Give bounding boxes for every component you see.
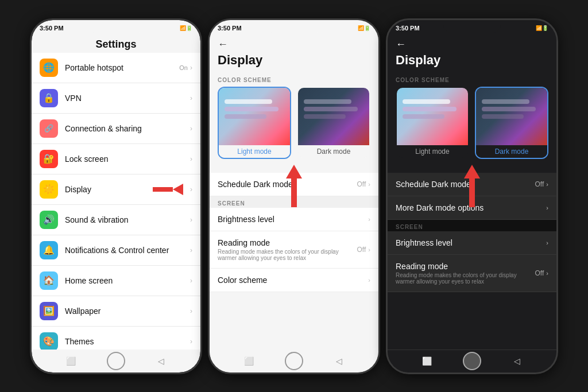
color-scheme-item-chevron-2: › xyxy=(368,277,370,284)
themes-label: Themes xyxy=(65,337,190,346)
settings-list: 🌐 Portable hotspot On › 🔒 VPN › 🔗 xyxy=(32,53,200,350)
schedule-dark-chevron-3: › xyxy=(546,181,548,188)
settings-item-wallpaper[interactable]: 🖼️ Wallpaper › xyxy=(32,296,200,327)
reading-mode-label-2: Reading mode Reading mode makes the colo… xyxy=(218,238,357,261)
vpn-label: VPN xyxy=(65,94,190,103)
settings-item-homescreen[interactable]: 🏠 Home screen › xyxy=(32,266,200,296)
schedule-dark-value-2: Off xyxy=(357,180,366,188)
settings-item-hotspot[interactable]: 🌐 Portable hotspot On › xyxy=(32,53,200,83)
notifications-icon: 🔔 xyxy=(40,241,58,259)
sound-icon: 🔊 xyxy=(40,211,58,229)
preview-bar-3 xyxy=(225,114,266,119)
reading-mode-row-2[interactable]: Reading mode Reading mode makes the colo… xyxy=(210,231,378,269)
display-title-3: Display xyxy=(388,52,556,72)
status-time-1: 3:50 PM xyxy=(40,25,64,32)
light-mode-option-3[interactable]: Light mode xyxy=(396,87,469,159)
settings-item-lock[interactable]: 🔐 Lock screen › xyxy=(32,144,200,174)
nav-recent-3[interactable]: ⬜ xyxy=(419,353,435,369)
preview-bars-light-2 xyxy=(225,99,284,122)
screenshot-container: 3:50 PM 📶🔋 Settings 🌐 Portable hotspot O… xyxy=(24,13,564,380)
nav-back-2[interactable]: ◁ xyxy=(331,353,347,369)
phone-inner-1: 3:50 PM 📶🔋 Settings 🌐 Portable hotspot O… xyxy=(32,20,200,372)
nav-recent-1[interactable]: ⬜ xyxy=(63,353,79,369)
reading-mode-chevron-2: › xyxy=(368,246,370,253)
connection-label: Connection & sharing xyxy=(65,124,190,133)
color-scheme-label-2: COLOR SCHEME xyxy=(210,72,378,87)
wallpaper-icon: 🖼️ xyxy=(40,302,58,320)
nav-home-2[interactable] xyxy=(285,352,303,370)
display-chevron: › xyxy=(190,185,192,193)
dark-mode-preview-2 xyxy=(298,88,369,145)
vpn-chevron: › xyxy=(190,94,192,102)
settings-item-display[interactable]: ☀️ Display › xyxy=(32,174,200,205)
connection-chevron: › xyxy=(190,125,192,133)
settings-item-notifications[interactable]: 🔔 Notifications & Control center › xyxy=(32,235,200,266)
back-btn-2[interactable]: ← xyxy=(210,34,378,52)
reading-mode-value-3: Off xyxy=(535,269,544,277)
nav-back-3[interactable]: ◁ xyxy=(509,353,525,369)
screen-label-2: SCREEN xyxy=(218,200,245,207)
notch-2 xyxy=(265,20,323,33)
lock-icon: 🔐 xyxy=(40,150,58,168)
phone-display-light: 3:50 PM 📶🔋 ← Display COLOR SCHEME xyxy=(208,18,380,374)
notch-3 xyxy=(443,20,501,33)
dark-mode-option-2[interactable]: Dark mode xyxy=(297,87,370,159)
reading-mode-chevron-3: › xyxy=(546,270,548,277)
vpn-icon: 🔒 xyxy=(40,89,58,107)
brightness-chevron-3: › xyxy=(546,239,548,246)
red-arrow-left xyxy=(153,184,183,195)
settings-item-vpn[interactable]: 🔒 VPN › xyxy=(32,83,200,114)
schedule-dark-chevron-2: › xyxy=(368,181,370,188)
phone-inner-3: 3:50 PM 📶🔋 ← Display COLOR SCHEME xyxy=(388,20,556,372)
preview-bar-l1-3 xyxy=(403,99,450,104)
schedule-dark-value-3: Off xyxy=(535,180,544,188)
display-content-dark: ← Display COLOR SCHEME L xyxy=(388,34,556,350)
dark-mode-option-3[interactable]: Dark mode xyxy=(475,87,548,159)
status-icons-2: 📶🔋 xyxy=(358,25,370,31)
settings-item-sound[interactable]: 🔊 Sound & vibration › xyxy=(32,205,200,235)
dark-mode-label-3: Dark mode xyxy=(476,145,547,158)
brightness-label-2: Brightness level xyxy=(218,215,368,224)
brightness-chevron-2: › xyxy=(368,216,370,223)
wallpaper-chevron: › xyxy=(190,307,192,315)
preview-bar-l3-3 xyxy=(403,114,444,119)
reading-mode-sublabel-2: Reading mode makes the colors of your di… xyxy=(218,249,357,261)
reading-mode-label-3: Reading mode Reading mode makes the colo… xyxy=(396,262,535,285)
color-scheme-label-3: COLOR SCHEME xyxy=(388,72,556,87)
screen-section-3: SCREEN xyxy=(388,220,556,231)
display-icon: ☀️ xyxy=(40,180,58,199)
color-scheme-item-label-2: Color scheme xyxy=(218,275,368,285)
settings-item-themes[interactable]: 🎨 Themes › xyxy=(32,327,200,350)
brightness-row-3[interactable]: Brightness level › xyxy=(388,231,556,255)
nav-home-1[interactable] xyxy=(107,352,125,370)
brightness-row-2[interactable]: Brightness level › xyxy=(210,208,378,231)
phone-settings: 3:50 PM 📶🔋 Settings 🌐 Portable hotspot O… xyxy=(30,18,202,374)
status-time-2: 3:50 PM xyxy=(218,25,242,32)
more-dark-chevron-3: › xyxy=(546,204,548,211)
settings-item-connection[interactable]: 🔗 Connection & sharing › xyxy=(32,114,200,144)
hotspot-badge: On xyxy=(179,64,188,71)
settings-title: Settings xyxy=(32,34,200,53)
nav-bar-2: ⬜ ◁ xyxy=(210,350,378,372)
notifications-label: Notifications & Control center xyxy=(65,246,190,255)
sound-chevron: › xyxy=(190,216,192,224)
nav-back-1[interactable]: ◁ xyxy=(153,353,169,369)
color-scheme-row-item-2[interactable]: Color scheme › xyxy=(210,269,378,292)
back-btn-3[interactable]: ← xyxy=(388,34,556,52)
light-mode-preview-3 xyxy=(397,88,468,145)
homescreen-label: Home screen xyxy=(65,276,190,285)
nav-home-3[interactable] xyxy=(463,352,481,370)
status-time-3: 3:50 PM xyxy=(396,25,420,32)
status-icons-3: 📶🔋 xyxy=(536,25,548,31)
reading-mode-row-3[interactable]: Reading mode Reading mode makes the colo… xyxy=(388,255,556,292)
display-label: Display xyxy=(65,185,156,194)
phone-display-dark: 3:50 PM 📶🔋 ← Display COLOR SCHEME xyxy=(386,18,558,374)
preview-bars-dark-2 xyxy=(304,99,363,122)
nav-recent-2[interactable]: ⬜ xyxy=(241,353,257,369)
reading-mode-value-2: Off xyxy=(357,246,366,254)
light-mode-option-2[interactable]: Light mode xyxy=(218,87,291,159)
preview-bar-d1 xyxy=(304,99,351,104)
preview-bar-d2 xyxy=(304,107,358,111)
preview-bar-d3-3 xyxy=(482,114,524,119)
color-scheme-row-3: Light mode Dark mode xyxy=(388,87,556,167)
